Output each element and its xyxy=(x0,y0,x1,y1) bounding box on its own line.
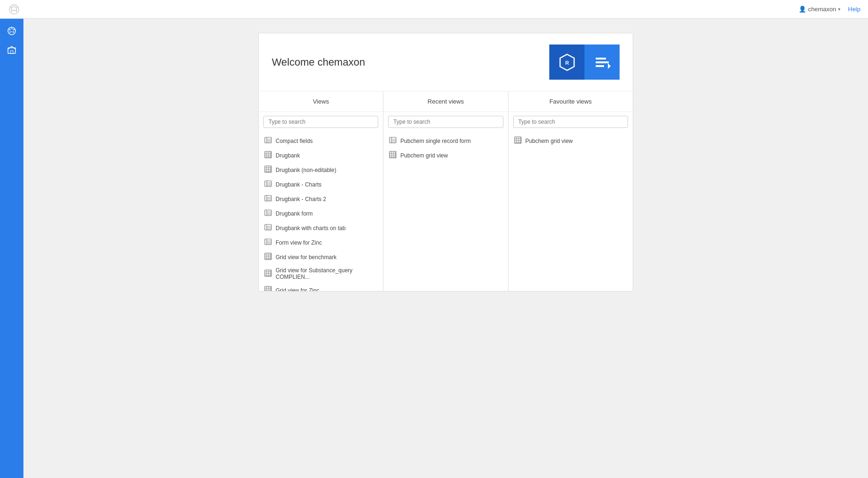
welcome-header: Welcome chemaxon R xyxy=(259,33,633,91)
view-item-label: Drugbank xyxy=(276,152,300,159)
list-item[interactable]: Grid view for benchmark xyxy=(259,250,383,264)
views-column: Views Compact fields Drugbank Drugbank (… xyxy=(259,91,383,291)
form-view-icon xyxy=(264,238,272,247)
list-item[interactable]: Compact fields xyxy=(259,134,383,148)
grid-view-icon xyxy=(389,151,397,160)
svg-point-0 xyxy=(9,5,19,14)
view-item-label: Grid view for benchmark xyxy=(276,254,337,261)
help-link[interactable]: Help xyxy=(848,6,861,13)
list-item[interactable]: Drugbank (non-editable) xyxy=(259,163,383,177)
form-view-icon xyxy=(264,136,272,145)
topbar-left xyxy=(7,3,21,16)
view-item-label: Drugbank - Charts 2 xyxy=(276,196,326,202)
view-item-label: Grid view for Zinc xyxy=(276,287,319,291)
topbar: 👤 chemaxon ▾ Help xyxy=(0,0,868,19)
form-view-icon xyxy=(264,224,272,232)
grid-view-icon xyxy=(264,269,272,278)
header-icons: R xyxy=(549,45,620,80)
list-item[interactable]: Pubchem grid view xyxy=(383,148,508,163)
list-item[interactable]: Pubchem grid view xyxy=(509,134,633,148)
list-item[interactable]: Form view for Zinc xyxy=(259,235,383,250)
view-item-label: Grid view for Substance_query COMPLIEN..… xyxy=(276,267,377,280)
view-item-label: Drugbank (non-editable) xyxy=(276,167,336,173)
grid-view-icon xyxy=(264,165,272,174)
recent-views-list: Pubchem single record form Pubchem grid … xyxy=(383,132,508,164)
reports-icon-btn[interactable] xyxy=(584,45,620,80)
view-item-label: Drugbank form xyxy=(276,210,313,217)
favourite-views-column: Favourite views Pubchem grid view xyxy=(509,91,633,291)
recent-views-header: Recent views xyxy=(383,91,508,112)
recent-views-column: Recent views Pubchem single record form … xyxy=(383,91,508,291)
user-icon: 👤 xyxy=(799,6,806,13)
grid-view-icon xyxy=(264,286,272,291)
views-search-input[interactable] xyxy=(263,116,378,128)
views-column-header: Views xyxy=(259,91,383,112)
views-list: Compact fields Drugbank Drugbank (non-ed… xyxy=(259,132,383,291)
topbar-right: 👤 chemaxon ▾ Help xyxy=(799,6,861,13)
content-area: Welcome chemaxon R xyxy=(23,19,868,478)
svg-point-1 xyxy=(8,27,15,35)
form-view-icon xyxy=(264,209,272,218)
svg-rect-8 xyxy=(596,65,604,67)
main-layout: Welcome chemaxon R xyxy=(0,19,868,478)
username-label: chemaxon xyxy=(808,6,836,13)
svg-rect-7 xyxy=(596,61,609,63)
favourite-search-input[interactable] xyxy=(513,116,628,128)
list-item[interactable]: Drugbank - Charts xyxy=(259,177,383,192)
list-item[interactable]: Grid view for Zinc xyxy=(259,283,383,291)
list-item[interactable]: Pubchem single record form xyxy=(383,134,508,148)
list-item[interactable]: Drugbank form xyxy=(259,206,383,221)
views-container: Views Compact fields Drugbank Drugbank (… xyxy=(259,91,633,291)
registry-icon-btn[interactable]: R xyxy=(549,45,584,80)
form-view-icon xyxy=(264,194,272,203)
list-item[interactable]: Drugbank xyxy=(259,148,383,163)
view-item-label: Pubchem grid view xyxy=(400,152,448,159)
sidebar-home-icon[interactable] xyxy=(3,41,20,58)
grid-view-icon xyxy=(264,253,272,261)
user-menu[interactable]: 👤 chemaxon ▾ xyxy=(799,6,840,13)
app-logo-icon xyxy=(7,3,21,16)
svg-text:R: R xyxy=(565,60,569,66)
grid-view-icon xyxy=(514,136,522,145)
list-item[interactable]: Drugbank - Charts 2 xyxy=(259,192,383,206)
list-item[interactable]: Drugbank with charts on tab xyxy=(259,221,383,235)
view-item-label: Form view for Zinc xyxy=(276,239,322,246)
form-view-icon xyxy=(264,180,272,189)
welcome-title: Welcome chemaxon xyxy=(272,56,365,68)
view-item-label: Pubchem single record form xyxy=(400,138,471,144)
sidebar xyxy=(0,19,23,478)
favourite-views-list: Pubchem grid view xyxy=(509,132,633,150)
svg-marker-9 xyxy=(608,63,611,69)
svg-rect-6 xyxy=(596,58,606,60)
sidebar-app-logo[interactable] xyxy=(3,22,20,39)
view-item-label: Drugbank with charts on tab xyxy=(276,225,345,232)
view-item-label: Drugbank - Charts xyxy=(276,181,322,188)
svg-rect-3 xyxy=(10,51,13,53)
form-view-icon xyxy=(389,136,397,145)
welcome-card: Welcome chemaxon R xyxy=(258,33,633,291)
user-dropdown-arrow: ▾ xyxy=(838,7,840,12)
recent-search-input[interactable] xyxy=(388,116,503,128)
grid-view-icon xyxy=(264,151,272,160)
favourite-views-header: Favourite views xyxy=(509,91,633,112)
view-item-label: Pubchem grid view xyxy=(525,138,573,144)
list-item[interactable]: Grid view for Substance_query COMPLIEN..… xyxy=(259,264,383,283)
view-item-label: Compact fields xyxy=(276,138,313,144)
